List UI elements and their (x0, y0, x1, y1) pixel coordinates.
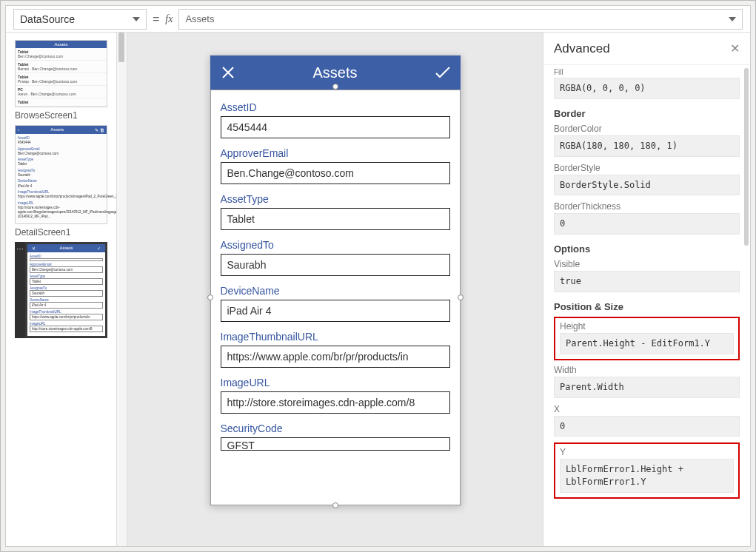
card-label: ApproverEmail (221, 147, 450, 159)
screen-tree: Assets TabletBen.Change@contoso.com Tabl… (6, 33, 117, 546)
card-securitycode[interactable]: SecurityCode GFST (218, 418, 453, 455)
chevron-down-icon (133, 17, 140, 21)
prop-label: Fill (554, 68, 740, 76)
prop-label: X (554, 404, 740, 414)
prop-label: Y (560, 447, 734, 457)
card-assignedto[interactable]: AssignedTo Saurabh (218, 235, 453, 280)
resize-handle-top[interactable] (332, 84, 338, 90)
card-label: AssignedTo (221, 239, 450, 251)
prop-height: Height Parent.Height - EditForm1.Y (560, 321, 734, 354)
section-position: Position & Size Height Parent.Height - E… (554, 301, 740, 499)
section-title: Border (554, 108, 740, 119)
section-options: Options Visible true (554, 243, 740, 292)
advanced-title: Advanced (554, 41, 610, 56)
section-title: Options (554, 243, 740, 255)
resize-handle-left[interactable] (207, 294, 213, 300)
prop-width: Width Parent.Width (554, 365, 740, 398)
card-label: ImageThumbnailURL (221, 331, 450, 343)
close-icon[interactable]: ✕ (730, 41, 740, 55)
check-icon[interactable] (434, 64, 452, 81)
prop-label: Width (554, 365, 740, 375)
card-label: AssetID (221, 101, 450, 113)
equals-sign: = (153, 13, 159, 26)
formula-value: Assets (185, 13, 214, 24)
formula-input[interactable]: Assets (178, 9, 743, 30)
card-label: AssetType (221, 193, 450, 205)
chevron-down-icon (729, 17, 736, 21)
prop-borderstyle: BorderStyle BorderStyle.Solid (554, 163, 740, 196)
prop-value-visible[interactable]: true (554, 271, 740, 292)
prop-label: BorderStyle (554, 163, 740, 173)
card-devicename[interactable]: DeviceName iPad Air 4 (218, 280, 453, 326)
tree-scrollbar[interactable] (117, 33, 127, 546)
text-input-assignedto[interactable]: Saurabh (221, 254, 450, 276)
thumb-browse-label: BrowseScreen1 (15, 110, 107, 121)
edit-form[interactable]: AssetID 4545444 ApproverEmail Ben.Change… (210, 90, 461, 505)
highlight-y: Y LblFormError1.Height + LblFormError1.Y (554, 442, 740, 499)
property-selector[interactable]: DataSource (13, 9, 147, 30)
close-icon[interactable] (219, 64, 237, 81)
prop-x: X 0 (554, 404, 740, 437)
prop-label: BorderColor (554, 124, 740, 134)
prop-borderthickness: BorderThickness 0 (554, 201, 740, 235)
prop-value-borderthickness[interactable]: 0 (554, 213, 740, 235)
app-window: DataSource = fx Assets Assets TabletBen.… (0, 0, 756, 552)
prop-value-fill[interactable]: RGBA(0, 0, 0, 0) (554, 78, 740, 99)
section-border: Border BorderColor RGBA(180, 180, 180, 1… (554, 108, 740, 235)
prop-value-borderstyle[interactable]: BorderStyle.Solid (554, 175, 740, 196)
text-input-devicename[interactable]: iPad Air 4 (221, 300, 450, 322)
app-inner: DataSource = fx Assets Assets TabletBen.… (5, 5, 751, 547)
prop-visible: Visible true (554, 259, 740, 292)
prop-fill: Fill RGBA(0, 0, 0, 0) (554, 68, 740, 99)
text-input-assetid[interactable]: 4545444 (221, 116, 450, 138)
formula-bar: DataSource = fx Assets (6, 6, 750, 33)
thumbnail-browse[interactable]: Assets TabletBen.Change@contoso.com Tabl… (15, 40, 107, 121)
prop-value-height[interactable]: Parent.Height - EditForm1.Y (560, 333, 734, 354)
text-input-securitycode[interactable]: GFST (221, 437, 450, 451)
prop-value-bordercolor[interactable]: RGBA(180, 180, 180, 1) (554, 135, 740, 157)
tree-column: Assets TabletBen.Change@contoso.com Tabl… (6, 33, 127, 546)
resize-handle-right[interactable] (458, 294, 464, 300)
thumb-detail-label: DetailScreen1 (15, 227, 107, 238)
prop-bordercolor: BorderColor RGBA(180, 180, 180, 1) (554, 124, 740, 157)
card-assettype[interactable]: AssetType Tablet (218, 189, 453, 235)
card-label: DeviceName (221, 285, 450, 297)
prop-y: Y LblFormError1.Height + LblFormError1.Y (560, 447, 734, 493)
advanced-header: Advanced ✕ (543, 33, 750, 65)
prop-label: Visible (554, 259, 740, 269)
property-selector-label: DataSource (20, 13, 75, 25)
text-input-imageurl[interactable]: http://store.storeimages.cdn-apple.com/8 (221, 391, 450, 414)
thumbnail-edit[interactable]: ⋯ ✕Assets✓ AssetID ApproverEmailBen.Chan… (15, 242, 107, 338)
advanced-body: Fill RGBA(0, 0, 0, 0) Border BorderColor… (543, 65, 750, 546)
card-approveremail[interactable]: ApproverEmail Ben.Change@contoso.com (218, 143, 453, 189)
prop-value-x[interactable]: 0 (554, 416, 740, 437)
text-input-assettype[interactable]: Tablet (221, 208, 450, 230)
text-input-imagethumburl[interactable]: https://www.apple.com/br/pr/products/in (221, 346, 450, 368)
card-assetid[interactable]: AssetID 4545444 (218, 97, 453, 143)
card-imageurl[interactable]: ImageURL http://store.storeimages.cdn-ap… (218, 372, 453, 418)
resize-handle-bottom[interactable] (332, 502, 338, 508)
main-body: Assets TabletBen.Change@contoso.com Tabl… (6, 33, 750, 546)
canvas: Assets AssetID 4545444 ApproverEm (127, 33, 543, 546)
text-input-approveremail[interactable]: Ben.Change@contoso.com (221, 162, 450, 184)
phone-preview[interactable]: Assets AssetID 4545444 ApproverEm (210, 55, 461, 506)
thumb-header: Assets (16, 41, 107, 48)
advanced-panel: Advanced ✕ Fill RGBA(0, 0, 0, 0) Border … (543, 33, 750, 546)
thumbnail-detail[interactable]: ‹Assets✎ 🗑 AssetID4545444 ApproverEmailB… (15, 125, 107, 238)
card-label: SecurityCode (221, 423, 450, 434)
phone-title: Assets (312, 64, 357, 81)
prop-label: Height (560, 321, 734, 331)
fx-icon[interactable]: fx (165, 13, 173, 25)
card-label: ImageURL (221, 377, 450, 388)
prop-value-y[interactable]: LblFormError1.Height + LblFormError1.Y (560, 459, 734, 493)
card-imagethumburl[interactable]: ImageThumbnailURL https://www.apple.com/… (218, 326, 453, 372)
prop-value-width[interactable]: Parent.Width (554, 377, 740, 398)
thumb-menu-icon[interactable]: ⋯ (15, 242, 25, 338)
highlight-height: Height Parent.Height - EditForm1.Y (554, 317, 740, 360)
prop-label: BorderThickness (554, 201, 740, 212)
section-title: Position & Size (554, 301, 740, 312)
